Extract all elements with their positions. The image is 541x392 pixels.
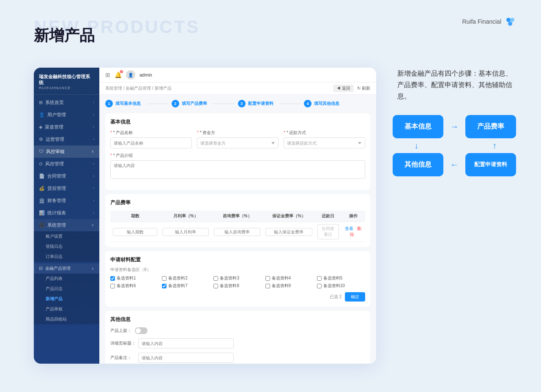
- detail-title-row: 详细页标题：: [110, 338, 234, 348]
- material-label-3: 备选资料3: [220, 275, 239, 281]
- material-checkbox-9[interactable]: [265, 284, 270, 288]
- sidebar-sub-new-product[interactable]: 新增产品: [34, 294, 99, 304]
- material-checkbox-10[interactable]: [317, 284, 322, 288]
- notification-badge[interactable]: 🔔 4: [115, 71, 122, 79]
- material-checkbox-8[interactable]: [213, 284, 218, 288]
- sidebar-item-home-label: 系统首页: [45, 99, 64, 106]
- consult-rate-input[interactable]: [214, 228, 260, 236]
- material-item-7[interactable]: 备选资料7: [162, 283, 210, 289]
- back-button[interactable]: ◀ 返回: [333, 85, 354, 92]
- chevron-down-icon: ∧: [91, 149, 94, 154]
- material-checkbox-7[interactable]: [162, 284, 167, 288]
- material-item-1[interactable]: 备选资料1: [110, 275, 158, 281]
- sidebar-item-system[interactable]: ⬛ 系统管理 ∧: [34, 219, 99, 231]
- brand-name: Ruifa Financial: [462, 18, 501, 25]
- sidebar-item-user[interactable]: 👤 用户管理 ›: [34, 109, 99, 121]
- view-link[interactable]: 查看: [345, 226, 353, 231]
- material-item-9[interactable]: 备选资料9: [265, 283, 314, 289]
- system-icon: ⬛: [39, 222, 45, 228]
- sidebar-item-system-label: 系统管理: [47, 222, 66, 228]
- product-name-input[interactable]: [110, 137, 192, 148]
- material-item-2[interactable]: 备选资料2: [162, 275, 210, 281]
- sidebar-logo-sub: RUIFAHNANCE: [39, 86, 94, 90]
- chevron-right-icon-4: ›: [93, 137, 94, 141]
- stats-icon: 📊: [39, 210, 45, 216]
- sidebar-item-loan[interactable]: 💰 贷后管理 ›: [34, 182, 99, 195]
- material-label-1: 备选资料1: [117, 275, 136, 281]
- deposit-rate-input[interactable]: [265, 228, 312, 236]
- avatar[interactable]: 👤: [126, 70, 135, 79]
- sidebar-sub-product-review[interactable]: 产品审核: [34, 304, 99, 314]
- product-rate-title: 产品费率: [110, 199, 365, 206]
- other-info-card: 其他信息 产品上架： 详细页标题： 产品备注：: [105, 311, 370, 364]
- sidebar-item-home[interactable]: ⊞ 系统首页 ›: [34, 96, 99, 109]
- contract-icon: 📄: [39, 173, 45, 179]
- col-monthly-rate: 月利率（%）: [160, 211, 211, 222]
- sidebar-item-risk-ctrl[interactable]: 🛡 风控审核 ∧: [34, 145, 99, 158]
- chevron-down-icon-3: ∧: [91, 266, 94, 271]
- material-checkbox-5[interactable]: [317, 276, 322, 281]
- material-checkbox-3[interactable]: [213, 276, 218, 281]
- monthly-rate-input[interactable]: [162, 228, 209, 236]
- material-label-7: 备选资料7: [168, 283, 188, 289]
- sidebar-sub-product-log[interactable]: 产品日志: [34, 284, 99, 294]
- chevron-right-icon-5: ›: [93, 162, 94, 166]
- sidebar-item-finance[interactable]: 🏦 财务管理 ›: [34, 195, 99, 207]
- material-label-8: 备选资料8: [220, 283, 239, 289]
- material-item-3[interactable]: 备选资料3: [213, 275, 262, 281]
- other-info-title: 其他信息: [110, 316, 365, 323]
- detail-title-input[interactable]: [138, 338, 234, 348]
- chevron-right-icon-6: ›: [93, 174, 94, 178]
- material-item-6[interactable]: 备选资料6: [110, 283, 158, 289]
- sidebar-item-contract[interactable]: 📄 合同管理 ›: [34, 170, 99, 182]
- info-description: 新增金融产品有四个步骤：基本信息、产品费率、配置申请资料、其他辅助信息。: [393, 68, 516, 102]
- material-label-10: 备选资料10: [323, 283, 345, 289]
- repay-method-select[interactable]: 请选择还款方式: [284, 137, 365, 148]
- material-checkbox-2[interactable]: [162, 276, 167, 281]
- sidebar-sub-product-list[interactable]: 产品列表: [34, 274, 99, 284]
- product-intro-label: * 产品介绍: [110, 153, 365, 159]
- grid-icon[interactable]: ⊞: [105, 71, 110, 78]
- material-label-5: 备选资料5: [323, 275, 343, 281]
- material-item-4[interactable]: 备选资料4: [265, 275, 314, 281]
- col-consult-rate: 咨询费率（%）: [211, 211, 263, 222]
- material-checkbox-1[interactable]: [110, 276, 115, 281]
- sidebar-sub-order-mgmt[interactable]: 订单日志: [34, 252, 99, 262]
- material-checkbox-6[interactable]: [110, 284, 115, 288]
- materials-grid-row1: 备选资料1 备选资料2 备选资料3 备选资料4: [110, 275, 365, 289]
- confirm-button[interactable]: 确定: [345, 292, 365, 302]
- product-intro-textarea[interactable]: [110, 160, 365, 179]
- chevron-right-icon-2: ›: [93, 112, 94, 117]
- material-item-8[interactable]: 备选资料8: [213, 283, 262, 289]
- periods-input[interactable]: [113, 228, 157, 236]
- refresh-button[interactable]: ↻ 刷新: [357, 85, 370, 91]
- funder-select[interactable]: 请选择资金方: [197, 137, 279, 148]
- product-note-input[interactable]: [138, 353, 234, 363]
- sidebar-sub-login-log[interactable]: 登陆日志: [34, 241, 99, 252]
- sidebar-sub-account-settings[interactable]: 账户设置: [34, 231, 99, 241]
- step-3-num: 3: [238, 100, 246, 107]
- sidebar-sub-product-recycle[interactable]: 商品回收站: [34, 314, 99, 324]
- steps-bar: 1 填写基本信息 2 填写产品费率 3 配置申请资料 4 填写其他信息: [105, 100, 370, 107]
- sidebar-item-operation[interactable]: ⚙ 运营管理 ›: [34, 133, 99, 145]
- sidebar-item-risk-mgmt[interactable]: ⊙ 风控管理 ›: [34, 158, 99, 170]
- material-checkbox-4[interactable]: [265, 276, 270, 281]
- apply-materials-card: 申请材料配置 申请资料备选区（8） 备选资料1 备选资料2: [105, 251, 370, 307]
- selected-area-info: 申请资料备选区（8）: [110, 267, 365, 273]
- sidebar-item-channel[interactable]: ◈ 渠道管理 ›: [34, 121, 99, 133]
- sidebar: 瑞发金融科技核心管理系统 RUIFAHNANCE ⊞ 系统首页 › 👤 用户管理…: [34, 68, 99, 364]
- sidebar-item-risk-ctrl-label: 风控审核: [46, 148, 65, 155]
- material-item-10[interactable]: 备选资料10: [317, 283, 365, 289]
- risk-mgmt-icon: ⊙: [39, 161, 43, 167]
- online-toggle[interactable]: [135, 327, 148, 334]
- step-2-label: 填写产品费率: [182, 101, 207, 107]
- flow-middle-arrows: ↓ ↑: [393, 138, 516, 153]
- sidebar-item-finance-label: 财务管理: [47, 197, 66, 204]
- material-item-5[interactable]: 备选资料5: [317, 275, 365, 281]
- sidebar-item-stats[interactable]: 📊 统计报表 ›: [34, 207, 99, 219]
- sidebar-item-product-mgmt[interactable]: ⊟ 金融产品管理 ∧: [34, 263, 99, 274]
- repay-method-group: * 还款方式 请选择还款方式: [284, 130, 365, 148]
- step-4: 4 填写其他信息: [304, 100, 370, 107]
- sidebar-item-channel-label: 渠道管理: [45, 124, 63, 130]
- risk-ctrl-icon: 🛡: [39, 149, 44, 154]
